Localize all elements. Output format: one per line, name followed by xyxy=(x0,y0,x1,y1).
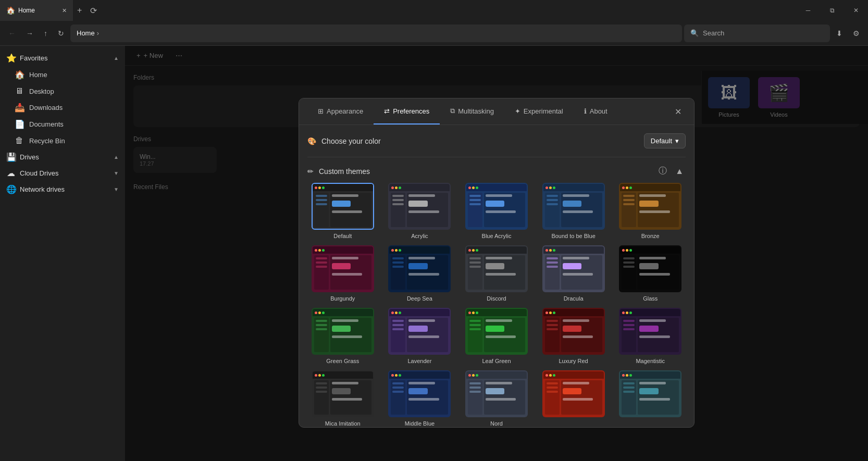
search-icon: 🔍 xyxy=(690,29,699,37)
tab-close-button[interactable]: ✕ xyxy=(62,7,67,14)
dropdown-chevron-icon: ▾ xyxy=(675,137,679,145)
documents-icon: 📄 xyxy=(15,119,24,129)
theme-card-discord[interactable]: Discord xyxy=(461,245,532,302)
dialog-close-button[interactable]: ✕ xyxy=(671,103,686,121)
theme-grid: DefaultAcrylicBlue AcrylicBound to be Bl… xyxy=(307,183,686,427)
themes-collapse-button[interactable]: ▲ xyxy=(673,165,686,178)
color-section: 🎨 Choose your color Default ▾ xyxy=(307,125,686,157)
drives-chevron: ▲ xyxy=(114,154,119,160)
network-drives-label: Network drives xyxy=(20,185,65,193)
path-label: Home xyxy=(77,29,95,37)
tab-multitasking[interactable]: ⧉ Multitasking xyxy=(440,98,504,124)
restore-button[interactable]: ⧉ xyxy=(820,0,844,21)
dialog-overlay: ⊞ Appearance ⇄ Preferences ⧉ Multitaskin… xyxy=(125,46,868,461)
tab-appearance[interactable]: ⊞ Appearance xyxy=(307,99,374,124)
address-bar: ← → ↑ ↻ Home › 🔍 Search ⬇ ⚙ xyxy=(0,21,868,46)
desktop-label: Desktop xyxy=(29,88,54,95)
theme-card-nord[interactable]: Nord xyxy=(461,370,532,427)
drives-icon: 💾 xyxy=(6,152,16,162)
choose-color-label: Choose your color xyxy=(321,137,381,145)
multitasking-tab-icon: ⧉ xyxy=(450,107,455,115)
tab-refresh-button[interactable]: ⟳ xyxy=(86,0,101,21)
themes-section-left: ✏ Custom themes xyxy=(307,167,370,176)
settings-icon-button[interactable]: ⚙ xyxy=(849,26,864,41)
theme-card-green-grass[interactable]: Green Grass xyxy=(307,308,378,364)
themes-section-actions: ⓘ ▲ xyxy=(656,164,686,179)
theme-card-magentistic[interactable]: Magentistic xyxy=(615,308,686,364)
themes-info-button[interactable]: ⓘ xyxy=(656,164,669,179)
theme-card-burgundy[interactable]: Burgundy xyxy=(307,245,378,302)
sidebar-item-documents[interactable]: 📄 Documents xyxy=(2,116,123,132)
close-button[interactable]: ✕ xyxy=(844,0,868,21)
theme-card-lavender[interactable]: Lavender xyxy=(385,308,455,364)
preferences-tab-label: Preferences xyxy=(393,107,429,115)
favorites-section[interactable]: ⭐ Favorites ▲ xyxy=(0,50,125,66)
experimental-tab-icon: ✦ xyxy=(515,107,520,115)
cloud-drives-section[interactable]: ☁ Cloud Drives ▼ xyxy=(0,165,125,181)
cloud-drives-icon: ☁ xyxy=(6,168,16,178)
settings-dialog: ⊞ Appearance ⇄ Preferences ⧉ Multitaskin… xyxy=(299,98,695,428)
window-controls: ─ ⧉ ✕ xyxy=(796,0,868,21)
main-layout: ⭐ Favorites ▲ 🏠 Home 🖥 Desktop 📥 Downloa… xyxy=(0,46,868,461)
theme-card-glass[interactable]: Glass xyxy=(615,245,686,302)
sidebar-item-desktop[interactable]: 🖥 Desktop xyxy=(2,83,123,99)
theme-card-theme19[interactable] xyxy=(538,370,609,427)
minimize-button[interactable]: ─ xyxy=(796,0,820,21)
home-label: Home xyxy=(29,71,47,79)
theme-card-theme20[interactable] xyxy=(615,370,686,427)
network-drives-chevron: ▼ xyxy=(114,186,119,192)
favorites-label: Favorites xyxy=(20,54,47,62)
home-icon: 🏠 xyxy=(15,70,24,80)
tab-experimental[interactable]: ✦ Experimental xyxy=(504,99,574,124)
search-box[interactable]: 🔍 Search xyxy=(684,24,830,42)
tab-label: Home xyxy=(18,7,35,14)
sidebar-item-recycle-bin[interactable]: 🗑 Recycle Bin xyxy=(2,133,123,148)
downloads-label: Downloads xyxy=(29,104,63,111)
default-dropdown[interactable]: Default ▾ xyxy=(644,133,686,148)
download-icon-button[interactable]: ⬇ xyxy=(832,26,847,41)
theme-card-leaf-green[interactable]: Leaf Green xyxy=(461,308,532,364)
drives-section[interactable]: 💾 Drives ▲ xyxy=(0,149,125,165)
tab-icon: 🏠 xyxy=(6,6,15,15)
cloud-drives-label: Cloud Drives xyxy=(20,169,58,177)
dialog-tabs: ⊞ Appearance ⇄ Preferences ⧉ Multitaskin… xyxy=(299,98,694,125)
theme-card-mica-imitation[interactable]: Mica Imitation xyxy=(307,370,378,427)
theme-card-dracula[interactable]: Dracula xyxy=(538,245,609,302)
up-button[interactable]: ↑ xyxy=(40,26,52,41)
active-tab[interactable]: 🏠 Home ✕ xyxy=(0,0,73,21)
multitasking-tab-label: Multitasking xyxy=(458,107,494,115)
forward-button[interactable]: → xyxy=(22,26,38,41)
color-picker-icon: 🎨 xyxy=(307,137,316,145)
page-refresh-button[interactable]: ↻ xyxy=(54,26,68,41)
custom-themes-label: Custom themes xyxy=(319,167,370,176)
theme-card-bronze[interactable]: Bronze xyxy=(615,183,686,239)
appearance-tab-label: Appearance xyxy=(327,107,363,115)
address-path[interactable]: Home › xyxy=(70,24,682,42)
theme-card-luxury-red[interactable]: Luxury Red xyxy=(538,308,609,364)
theme-card-default[interactable]: Default xyxy=(307,183,378,239)
network-drives-icon: 🌐 xyxy=(6,184,16,194)
network-drives-section[interactable]: 🌐 Network drives ▼ xyxy=(0,181,125,197)
sidebar-item-home[interactable]: 🏠 Home xyxy=(2,67,123,83)
theme-card-bound-to-be-blue[interactable]: Bound to be Blue xyxy=(538,183,609,239)
color-section-left: 🎨 Choose your color xyxy=(307,137,381,145)
about-tab-icon: ℹ xyxy=(584,107,587,115)
back-button[interactable]: ← xyxy=(4,26,20,41)
documents-label: Documents xyxy=(29,120,64,128)
recycle-bin-label: Recycle Bin xyxy=(29,137,65,145)
theme-card-acrylic[interactable]: Acrylic xyxy=(385,183,455,239)
dropdown-label: Default xyxy=(651,137,672,145)
theme-card-deep-sea[interactable]: Deep Sea xyxy=(385,245,455,302)
content-area: + + New ⋯ Folders Drives Win... 17.27 Re… xyxy=(125,46,868,461)
search-placeholder: Search xyxy=(703,29,724,37)
new-tab-button[interactable]: + xyxy=(73,0,86,21)
drives-label: Drives xyxy=(20,153,39,161)
sidebar-item-downloads[interactable]: 📥 Downloads xyxy=(2,99,123,116)
tab-preferences[interactable]: ⇄ Preferences xyxy=(374,99,440,124)
appearance-tab-icon: ⊞ xyxy=(318,107,324,115)
dialog-body: 🎨 Choose your color Default ▾ ✏ Custom t… xyxy=(299,125,694,427)
theme-card-blue-acrylic[interactable]: Blue Acrylic xyxy=(461,183,532,239)
tab-about[interactable]: ℹ About xyxy=(574,99,618,124)
theme-card-middle-blue[interactable]: Middle Blue xyxy=(385,370,455,427)
sidebar: ⭐ Favorites ▲ 🏠 Home 🖥 Desktop 📥 Downloa… xyxy=(0,46,125,461)
